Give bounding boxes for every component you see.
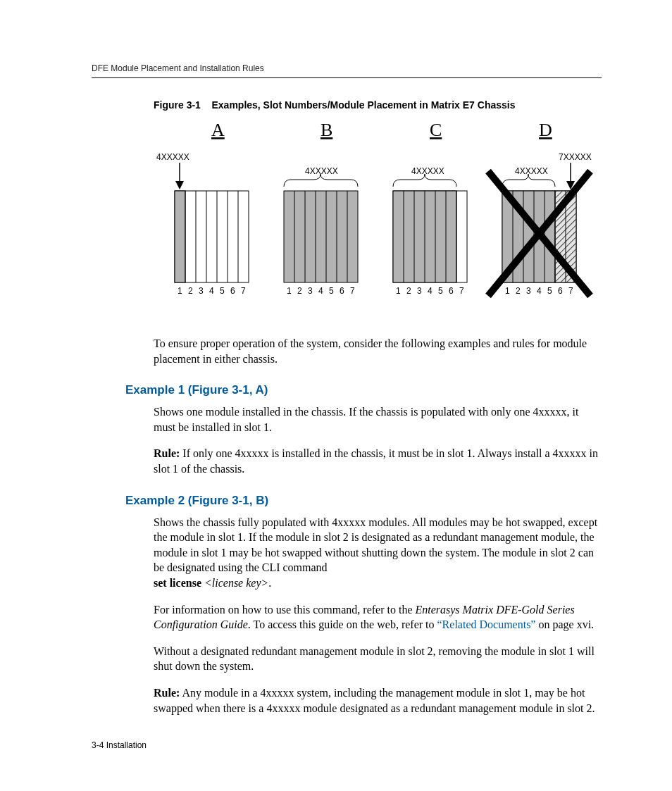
slot-num: 5: [329, 286, 334, 296]
example-2-p1: Shows the chassis fully populated with 4…: [154, 515, 602, 591]
slot-num: 6: [340, 286, 344, 296]
panel-label-c: C: [430, 123, 442, 140]
example-1-rule: Rule: If only one 4xxxxx is installed in…: [154, 446, 602, 476]
figure-link[interactable]: Figure 3-1: [192, 494, 249, 507]
slot-num: 1: [287, 286, 292, 296]
panel-label-b: B: [321, 123, 332, 140]
label-4x-c: 4XXXXX: [411, 166, 444, 176]
example-2-p2: For information on how to use this comma…: [154, 602, 602, 633]
svg-rect-11: [284, 191, 358, 282]
panel-label-a: A: [211, 123, 225, 140]
example-2-p3: Without a designated redundant managemen…: [154, 644, 602, 674]
slot-num: 3: [308, 286, 313, 296]
page-footer: 3-4 Installation: [92, 740, 147, 750]
slot-num: 7: [568, 286, 573, 296]
slot-num: 5: [438, 286, 443, 296]
slot-num: 3: [526, 286, 531, 296]
figure-caption: Figure 3-1 Examples, Slot Numbers/Module…: [154, 99, 602, 111]
panel-label-d: D: [539, 123, 552, 140]
slot-num: 7: [459, 286, 464, 296]
label-4x-a: 4XXXXX: [156, 152, 189, 162]
example-2-rule: Rule: Any module in a 4xxxxx system, inc…: [154, 685, 602, 716]
slot-num: 2: [516, 286, 521, 296]
example-1-p1: Shows one module installed in the chassi…: [154, 404, 602, 435]
slot-num: 2: [188, 286, 193, 296]
rule-label: Rule:: [154, 447, 180, 459]
slot-num: 4: [537, 286, 542, 296]
slot-num: 2: [297, 286, 302, 296]
intro-paragraph: To ensure proper operation of the system…: [154, 336, 602, 366]
slot-num: 4: [318, 286, 323, 296]
slot-num: 1: [505, 286, 510, 296]
label-4x-b: 4XXXXX: [305, 166, 338, 176]
slot-num: 6: [449, 286, 454, 296]
slot-num: 5: [220, 286, 225, 296]
slot-num: 1: [396, 286, 401, 296]
figure-3-1: A 4XXXXX 1 2 3 4: [154, 123, 602, 316]
example-2-heading: Example 2 (Figure 3-1, B): [125, 494, 602, 508]
slot-num: 2: [406, 286, 411, 296]
slot-num: 3: [417, 286, 422, 296]
rule-label: Rule:: [154, 687, 180, 699]
figure-title: Examples, Slot Numbers/Module Placement …: [211, 99, 515, 111]
slot-num: 6: [230, 286, 235, 296]
figure-label: Figure 3-1: [154, 99, 201, 111]
slot-num: 7: [241, 286, 246, 296]
svg-rect-4: [175, 191, 185, 282]
slot-num: 6: [558, 286, 563, 296]
figure-link[interactable]: Figure 3-1: [192, 383, 249, 397]
related-documents-link[interactable]: “Related Documents”: [437, 618, 536, 630]
slot-num: 5: [547, 286, 552, 296]
header-rule: [92, 77, 602, 78]
label-4x-d: 4XXXXX: [515, 166, 548, 176]
figure-svg: A 4XXXXX 1 2 3 4: [154, 123, 597, 313]
slot-num: 3: [199, 286, 204, 296]
slot-num: 1: [178, 286, 182, 296]
page-header: DFE Module Placement and Installation Ru…: [92, 63, 602, 73]
slot-num: 4: [209, 286, 214, 296]
slot-num: 4: [428, 286, 433, 296]
label-7x-d: 7XXXXX: [559, 152, 592, 162]
svg-rect-3: [175, 191, 249, 282]
example-1-heading: Example 1 (Figure 3-1, A): [125, 383, 602, 397]
slot-num: 7: [350, 286, 355, 296]
